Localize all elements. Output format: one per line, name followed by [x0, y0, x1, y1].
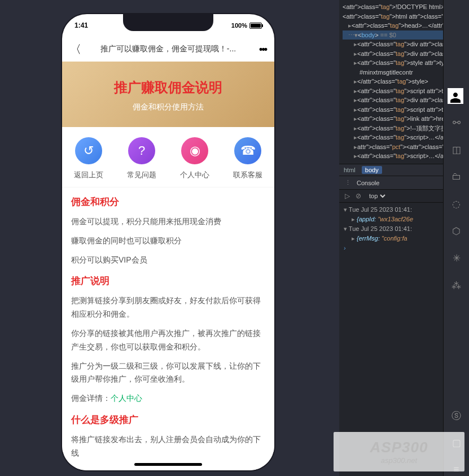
notch — [123, 14, 213, 31]
grid-label: 联系客服 — [221, 170, 274, 180]
paragraph: 把测算链接分享到朋友圈或好友，好友付款后你可获得相应积分和佣金。 — [71, 294, 265, 321]
grid-item-return-icon[interactable]: ↺返回上页 — [62, 137, 115, 180]
grid-item-faq-icon[interactable]: ?常见问题 — [115, 137, 168, 180]
grid-item-user-icon[interactable]: ◉个人中心 — [168, 137, 221, 180]
grid-item-service-icon[interactable]: ☎联系客服 — [221, 137, 274, 180]
page-scroll[interactable]: 推广赚取佣金说明 佣金和积分使用方法 ↺返回上页?常见问题◉个人中心☎联系客服 … — [62, 62, 274, 470]
folder-icon[interactable]: 🗀 — [450, 171, 463, 183]
content-area: 佣金和积分佣金可以提现，积分只能用来抵用现金消费赚取佣金的同时也可以赚取积分积分… — [62, 187, 274, 470]
section-title: 佣金和积分 — [71, 195, 265, 208]
execute-icon[interactable]: ▷ — [345, 192, 350, 200]
battery-icon — [249, 23, 262, 29]
quick-nav-grid: ↺返回上页?常见问题◉个人中心☎联系客服 — [62, 127, 274, 187]
grid-label: 返回上页 — [62, 170, 115, 180]
context-select[interactable]: top — [367, 192, 387, 200]
section-title: 什么是多级推广 — [71, 413, 265, 426]
crumb-html[interactable]: html — [344, 167, 356, 173]
hero-title: 推广赚取佣金说明 — [71, 78, 265, 97]
clear-icon[interactable]: ⊘ — [356, 192, 361, 200]
return-icon: ↺ — [75, 137, 102, 164]
paragraph: 积分可以购买VIP会员 — [71, 254, 265, 267]
back-button[interactable]: 〈 — [70, 42, 81, 57]
devtools-panel: <attr">class="tag">!DOCTYPE html><attr">… — [339, 0, 469, 476]
nav-bar: 〈 推广可以赚取佣金，佣金可提现哦！-... ••• — [62, 37, 274, 62]
paragraph: 将推广链接发布出去，别人注册会员会自动成为你的下线 — [71, 433, 265, 460]
hero-banner: 推广赚取佣金说明 佣金和积分使用方法 — [62, 62, 274, 127]
grid-label: 个人中心 — [168, 170, 221, 180]
grid-label: 常见问题 — [115, 170, 168, 180]
user-icon: ◉ — [181, 137, 208, 164]
page-title: 推广可以赚取佣金，佣金可提现哦！-... — [100, 44, 236, 54]
home-indicator[interactable] — [134, 463, 202, 466]
contacts-icon[interactable]: ⚯ — [450, 116, 463, 129]
status-time: 1:41 — [74, 21, 88, 29]
miniprogram-icon[interactable]: ⓢ — [450, 409, 463, 422]
paragraph: 赚取佣金的同时也可以赚取积分 — [71, 234, 265, 248]
paragraph: 佣金可以提现，积分只能用来抵用现金消费 — [71, 215, 265, 229]
network-icon[interactable]: ⬡ — [450, 225, 463, 237]
crumb-body[interactable]: body — [362, 166, 382, 174]
compass-icon[interactable]: ◌ — [450, 198, 463, 210]
spark-icon[interactable]: ⁂ — [450, 279, 463, 291]
menu-button[interactable]: ••• — [259, 43, 266, 55]
personal-center-link[interactable]: 个人中心 — [111, 394, 142, 403]
devtools-sidebar: 💬 ⚯ ◫ 🗀 ◌ ⬡ ✳ ⁂ ⓢ ▢ ≡ — [443, 0, 469, 476]
paragraph: 推广分为一级二级和三级，你可以发展下线，让你的下级用户帮你推广，你可坐收渔利。 — [71, 360, 265, 387]
hero-subtitle: 佣金和积分使用方法 — [71, 102, 265, 112]
paragraph: 你分享的链接被其他用户再次推广，被再次推广的链接产生交易，你也可以获取佣金和积分… — [71, 327, 265, 354]
link-line: 佣金详情：个人中心 — [71, 392, 265, 405]
phone-mockup: 1:41 100% 〈 推广可以赚取佣金，佣金可提现哦！-... ••• 推广赚… — [62, 14, 274, 470]
battery: 100% — [231, 22, 262, 29]
section-title: 推广说明 — [71, 274, 265, 287]
atom-icon[interactable]: ✳ — [450, 252, 463, 264]
faq-icon: ? — [128, 137, 155, 164]
avatar-icon[interactable] — [448, 88, 463, 104]
service-icon: ☎ — [234, 137, 261, 164]
watermark: ASP300 asp300.net — [334, 432, 464, 471]
cube-icon[interactable]: ◫ — [450, 143, 463, 156]
